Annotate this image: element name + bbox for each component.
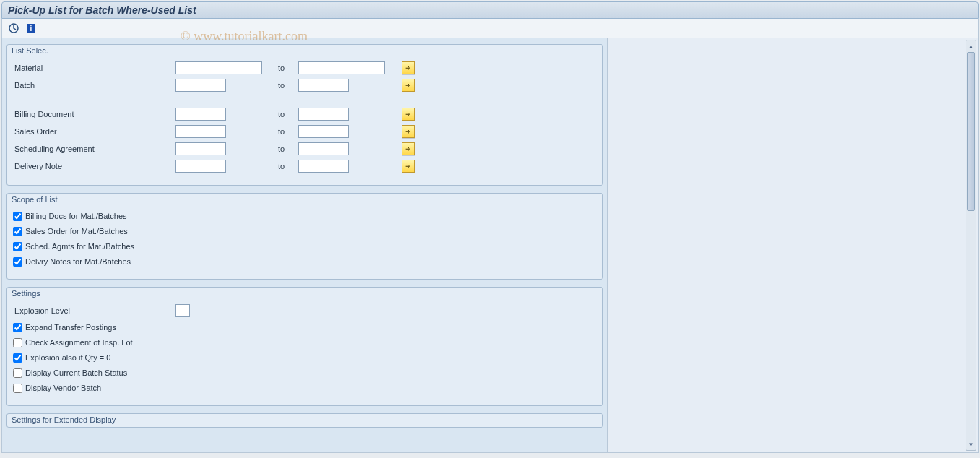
to-label: to — [269, 162, 298, 170]
sales-order-from-input[interactable] — [175, 125, 226, 138]
group-settings: Settings Explosion Level Expand Transfer… — [6, 287, 603, 406]
checkbox-check-assignment[interactable] — [13, 338, 22, 347]
sched-agree-from-input[interactable] — [175, 142, 226, 155]
checkbox-disp-vendor-batch[interactable] — [13, 384, 22, 393]
checkbox-explosion-qty0[interactable] — [13, 353, 22, 363]
label-cb-sched-agmts: Sched. Agmts for Mat./Batches — [25, 242, 134, 251]
label-cb-check-assignment: Check Assignment of Insp. Lot — [25, 338, 133, 347]
multi-select-icon[interactable]: ➜ — [402, 142, 415, 155]
checkbox-disp-batch-status[interactable] — [13, 368, 22, 378]
scrollbar-thumb[interactable] — [967, 52, 975, 211]
label-material: Material — [13, 64, 175, 72]
material-to-input[interactable] — [298, 61, 385, 74]
label-sched-agree: Scheduling Agreement — [13, 144, 175, 153]
sched-agree-to-input[interactable] — [298, 142, 349, 155]
group-scope: Scope of List Billing Docs for Mat./Batc… — [6, 193, 603, 280]
label-cb-delvry-notes: Delvry Notes for Mat./Batches — [25, 257, 131, 266]
label-cb-billing-docs: Billing Docs for Mat./Batches — [25, 212, 127, 220]
batch-to-input[interactable] — [298, 79, 349, 92]
label-billing-doc: Billing Document — [13, 110, 175, 118]
info-icon[interactable]: i — [24, 22, 38, 35]
checkbox-delvry-notes[interactable] — [13, 257, 22, 267]
group-title-list-selec: List Selec. — [7, 45, 602, 58]
execute-icon[interactable] — [6, 22, 21, 35]
to-label: to — [269, 144, 298, 153]
to-label: to — [269, 64, 298, 72]
label-cb-explosion-qty0: Explosion also if Qty = 0 — [25, 353, 110, 362]
group-title-settings: Settings — [7, 288, 602, 301]
material-from-input[interactable] — [175, 61, 262, 74]
selection-screen: List Selec. Material to ➜ Batch to ➜ — [1, 38, 608, 453]
delivery-note-from-input[interactable] — [175, 160, 226, 173]
multi-select-icon[interactable]: ➜ — [402, 125, 415, 138]
svg-text:i: i — [30, 25, 32, 33]
multi-select-icon[interactable]: ➜ — [402, 61, 415, 74]
label-cb-sales-order: Sales Order for Mat./Batches — [25, 227, 128, 236]
label-delivery-note: Delivery Note — [13, 162, 175, 170]
group-list-selec: List Selec. Material to ➜ Batch to ➜ — [6, 44, 603, 186]
billing-doc-to-input[interactable] — [298, 108, 349, 121]
sales-order-to-input[interactable] — [298, 125, 349, 138]
group-title-scope: Scope of List — [7, 194, 602, 207]
multi-select-icon[interactable]: ➜ — [402, 160, 415, 173]
billing-doc-from-input[interactable] — [175, 108, 226, 121]
explosion-level-input[interactable] — [175, 304, 190, 317]
label-cb-disp-vendor-batch: Display Vendor Batch — [25, 384, 101, 392]
multi-select-icon[interactable]: ➜ — [402, 79, 415, 92]
delivery-note-to-input[interactable] — [298, 160, 349, 173]
to-label: to — [269, 110, 298, 118]
scroll-up-icon[interactable]: ▲ — [967, 41, 975, 51]
title-bar: Pick-Up List for Batch Where-Used List — [1, 1, 979, 19]
to-label: to — [269, 81, 298, 90]
multi-select-icon[interactable]: ➜ — [402, 108, 415, 121]
label-explosion-level: Explosion Level — [13, 306, 175, 315]
checkbox-expand-transfer[interactable] — [13, 323, 22, 332]
label-cb-expand-transfer: Expand Transfer Postings — [25, 323, 116, 332]
scroll-down-icon[interactable]: ▼ — [967, 439, 975, 449]
to-label: to — [269, 127, 298, 136]
page-title: Pick-Up List for Batch Where-Used List — [8, 4, 972, 16]
group-extended: Settings for Extended Display — [6, 413, 603, 428]
group-title-extended: Settings for Extended Display — [7, 414, 602, 427]
vertical-scrollbar[interactable]: ▲ ▼ — [966, 40, 976, 451]
checkbox-sales-order[interactable] — [13, 227, 22, 236]
right-empty-pane: ▲ ▼ — [608, 38, 979, 453]
checkbox-billing-docs[interactable] — [13, 212, 22, 221]
batch-from-input[interactable] — [175, 79, 226, 92]
label-cb-disp-batch-status: Display Current Batch Status — [25, 368, 127, 377]
application-toolbar: i — [1, 19, 979, 38]
checkbox-sched-agmts[interactable] — [13, 242, 22, 251]
label-sales-order: Sales Order — [13, 127, 175, 136]
label-batch: Batch — [13, 81, 175, 90]
